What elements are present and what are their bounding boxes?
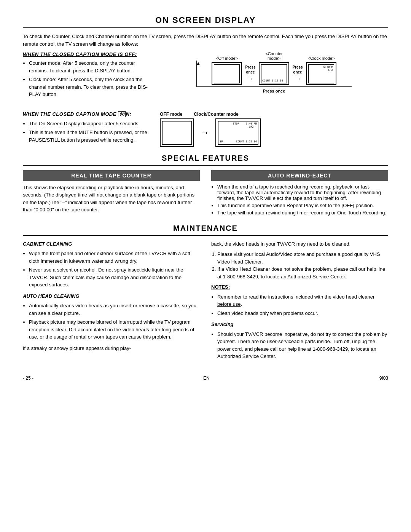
press-once-bottom: Press once — [263, 89, 285, 93]
cc-off-box — [160, 118, 194, 147]
osd-on-left: WHEN THE CLOSED CAPTION MODE ⓃN: The On … — [23, 111, 152, 145]
counter-bullet-list: Counter mode: After 5 seconds, only the … — [23, 59, 152, 98]
when-on-subtitle: WHEN THE CLOSED CAPTION MODE ⓃN: — [23, 111, 152, 118]
off-mode-box — [212, 62, 242, 85]
osd-right-diagram: <Off mode> <Counter mode> <Clock mode> P… — [160, 51, 388, 87]
diagram-row: Pressonce → COUNT 0:12:34 Pressonce → — [212, 62, 336, 85]
auto-rewind-bullet-0: When the end of a tape is reached during… — [217, 184, 388, 201]
right-col-para1: back, the video heads in your TV/VCR may… — [211, 240, 388, 248]
cabinet-bullet-0: Wipe the front panel and other exterior … — [29, 250, 200, 265]
page-footer: - 25 - EN 9I03 — [23, 375, 388, 381]
cc-arrow: → — [200, 127, 209, 138]
counter-mode-label: <Counter mode> — [259, 51, 289, 61]
page-title: ON SCREEN DISPLAY — [23, 15, 388, 25]
counter-bullet-1: Clock mode: After 5 seconds, only the cl… — [29, 76, 152, 98]
cabinet-bullets: Wipe the front panel and other exterior … — [23, 250, 200, 289]
stop-text: STOP 5:40 PM CH2 — [233, 122, 257, 129]
notes-bullet-0: Remember to read the instructions includ… — [217, 293, 388, 308]
servicing-bullets: Should your TV/VCR become inoperative, d… — [211, 331, 388, 360]
arrow-press-2: Pressonce → — [289, 65, 306, 82]
notes-bullet-1: Clean video heads only when problems occ… — [217, 310, 388, 317]
auto-head-title: AUTO HEAD CLEANING — [23, 292, 200, 300]
sp-count-text: SP — [220, 140, 223, 143]
cabinet-bullet-1: Never use a solvent or alcohol. Do not s… — [29, 266, 200, 289]
auto-rewind-bullets: When the end of a tape is reached during… — [211, 184, 388, 216]
auto-head-para: If a streaky or snowy picture appears du… — [23, 345, 200, 352]
auto-head-bullet-1: Playback picture may become blurred of i… — [29, 318, 200, 341]
title-rule — [23, 27, 388, 28]
when-on-subtitle-text: WHEN THE CLOSED CAPTION MODE ⓃN: — [23, 111, 131, 117]
auto-rewind-col: AUTO REWIND-EJECT When the end of a tape… — [211, 170, 388, 217]
real-time-col: REAL TIME TAPE COUNTER This shows the el… — [23, 170, 200, 217]
intro-text: To check the Counter, Clock and Channel … — [23, 33, 388, 48]
maintenance-rule — [23, 235, 388, 236]
maintenance-title: MAINTENANCE — [23, 224, 388, 233]
clock-counter-heading: Clock/Counter mode — [194, 111, 238, 117]
notes-label: NOTES: — [211, 284, 230, 290]
right-col-numbered: Please visit your local Audio/Video stor… — [211, 251, 388, 280]
clock-text: 5:40PMCH2 — [323, 66, 333, 72]
on-bullet-0: The On Screen Display disappear after 5 … — [29, 120, 152, 128]
off-mode-heading: OFF mode — [160, 111, 182, 117]
notes-bullets: Remember to read the instructions includ… — [211, 293, 388, 317]
arrow-press-1: Pressonce → — [242, 65, 259, 82]
features-grid: REAL TIME TAPE COUNTER This shows the el… — [23, 170, 388, 217]
osd-when-off: WHEN THE CLOSED CAPTION MODE IS OFF: Cou… — [23, 51, 388, 100]
auto-rewind-bullet-1: This function is operative when Repeat P… — [217, 203, 388, 208]
cc-on-diagram: → STOP 5:40 PM CH2 SP COUNT 0:12:34 — [160, 118, 261, 147]
auto-rewind-bullet-2: The tape will not auto-rewind during tim… — [217, 210, 388, 216]
real-time-header: REAL TIME TAPE COUNTER — [23, 170, 200, 181]
footer-page: - 25 - — [23, 375, 33, 381]
maintenance-grid: CABINET CLEANING Wipe the front panel an… — [23, 240, 388, 364]
counter-bullet-0: Counter mode: After 5 seconds, only the … — [29, 59, 152, 74]
footer-code: 9I03 — [379, 375, 388, 381]
on-bullet-1: This is true even if the MUTE button is … — [29, 129, 152, 144]
cc-clock-box: STOP 5:40 PM CH2 SP COUNT 0:12:34 — [215, 118, 261, 147]
servicing-bullet-0: Should your TV/VCR become inoperative, d… — [217, 331, 388, 360]
before-use-text: before use — [217, 301, 241, 307]
osd-section: WHEN THE CLOSED CAPTION MODE IS OFF: Cou… — [23, 51, 388, 147]
counter-mode-box: COUNT 0:12:34 — [259, 62, 289, 85]
numbered-item-1: If a Video Head Cleaner does not solve t… — [217, 265, 388, 280]
count-text: COUNT 0:12:34 — [262, 79, 283, 82]
maint-right-col: back, the video heads in your TV/VCR may… — [211, 240, 388, 364]
clock-mode-label: <Clock mode> — [306, 56, 336, 61]
off-mode-label: <Off mode> — [212, 56, 242, 61]
osd-on-right-diagram: OFF mode Clock/Counter mode → STOP 5:40 — [160, 111, 388, 147]
cabinet-cleaning-title: CABINET CLEANING — [23, 240, 200, 248]
real-time-text: This shows the elapsed recording or play… — [23, 184, 200, 214]
when-off-subtitle: WHEN THE CLOSED CAPTION MODE IS OFF: — [23, 51, 152, 57]
auto-head-bullet-0: Automatically cleans video heads as you … — [29, 302, 200, 317]
special-features-title: SPECIAL FEATURES — [23, 154, 388, 163]
special-features-rule — [23, 165, 388, 166]
clock-mode-box: 5:40PMCH2 — [306, 62, 336, 85]
servicing-title: Servicing — [211, 321, 388, 328]
numbered-item-0: Please visit your local Audio/Video stor… — [217, 251, 388, 265]
count-text-2: COUNT 0:12:34 — [236, 140, 257, 143]
on-bullet-list: The On Screen Display disappear after 5 … — [23, 120, 152, 144]
loop-arrow-row: ▲ Press once — [196, 86, 352, 87]
auto-head-bullets: Automatically cleans video heads as you … — [23, 302, 200, 341]
maint-left-col: CABINET CLEANING Wipe the front panel an… — [23, 240, 200, 364]
footer-lang: EN — [203, 375, 210, 381]
auto-rewind-header: AUTO REWIND-EJECT — [211, 170, 388, 181]
osd-when-on: WHEN THE CLOSED CAPTION MODE ⓃN: The On … — [23, 111, 388, 147]
osd-left: WHEN THE CLOSED CAPTION MODE IS OFF: Cou… — [23, 51, 152, 100]
